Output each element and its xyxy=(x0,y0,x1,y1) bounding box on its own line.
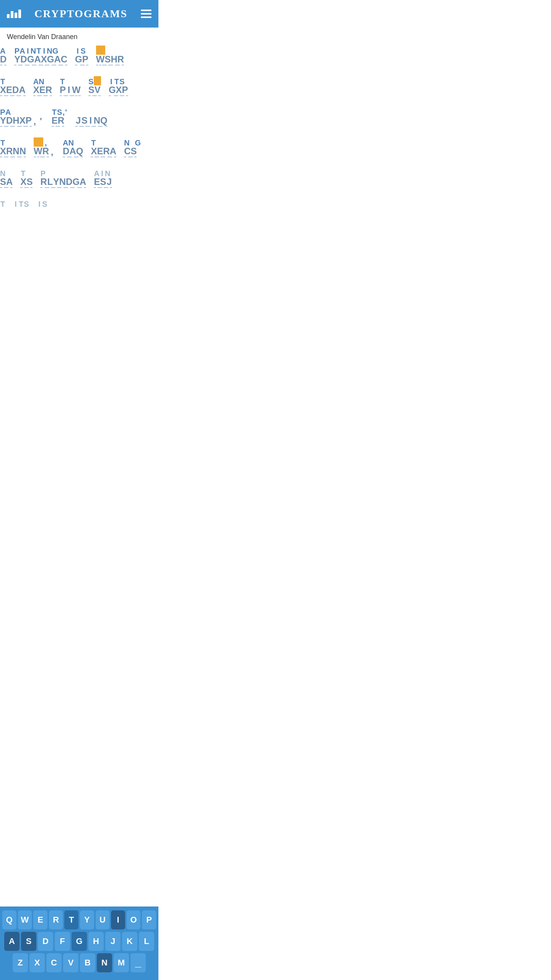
word-jsinq: J S I N Q xyxy=(75,105,108,127)
decoded-line-4: T X R N N , W R , xyxy=(0,135,158,157)
decoded-line-6: T I T S I S xyxy=(0,196,158,208)
app-title: Cryptograms xyxy=(34,8,127,20)
word-painting: P A I N T I N G Y D G A X G A C xyxy=(14,43,67,65)
word-pa: P A Y D H X P , ' xyxy=(0,105,44,127)
word-ng: N G C S xyxy=(124,135,141,157)
word-ts: T S ,' E R xyxy=(52,105,68,127)
word-t6: T xyxy=(0,196,5,208)
chart-icon[interactable] xyxy=(7,10,21,18)
word-is: I S G P xyxy=(75,43,88,65)
word-s: S S V xyxy=(88,74,101,96)
word-ain: A I N E S J xyxy=(94,166,112,188)
decoded-line-2: T X E D A A N X E R xyxy=(0,74,158,96)
word-t2: T P I W xyxy=(60,74,81,96)
decoded-line-1: A D P A I N T I N G Y D G xyxy=(0,43,158,65)
header: Cryptograms xyxy=(0,0,158,28)
word-highlighted-1: W S H R xyxy=(96,43,124,65)
word-is2: I S xyxy=(37,196,47,208)
word-an2: A N D A Q xyxy=(63,135,83,157)
word-a: A D xyxy=(0,43,7,65)
word-t4: T X E R A xyxy=(91,135,116,157)
word-an: A N X E R xyxy=(33,74,52,96)
word-t1: T X E D A xyxy=(0,74,26,96)
word-its: I T S G X P xyxy=(109,74,128,96)
word-hl2: , W R , xyxy=(34,135,55,157)
puzzle-area: A D P A I N T I N G Y D G xyxy=(0,43,158,293)
word-t5: T X S xyxy=(20,166,33,188)
menu-icon[interactable] xyxy=(141,10,152,18)
author-name: Wendelin Van Draanen xyxy=(0,28,158,43)
puzzle-line-1: A D P A I N T I N G Y D G xyxy=(0,43,158,65)
puzzle-line-2: T X E D A A N X E R xyxy=(0,74,158,96)
puzzle-line-3: P A Y D H X P , ' T S ,' xyxy=(0,105,158,127)
puzzle-line-5: N S A T X S P R L Y xyxy=(0,166,158,188)
decoded-line-3: P A Y D H X P , ' T S ,' xyxy=(0,105,158,127)
word-n: N S A xyxy=(0,166,13,188)
puzzle-line-4: T X R N N , W R , xyxy=(0,135,158,157)
puzzle-line-6: T I T S I S xyxy=(0,196,158,208)
decoded-line-5: N S A T X S P R L Y xyxy=(0,166,158,188)
word-t3: T X R N N xyxy=(0,135,26,157)
word-p: P R L Y N D G A xyxy=(40,166,86,188)
word-its2: I T S xyxy=(13,196,29,208)
